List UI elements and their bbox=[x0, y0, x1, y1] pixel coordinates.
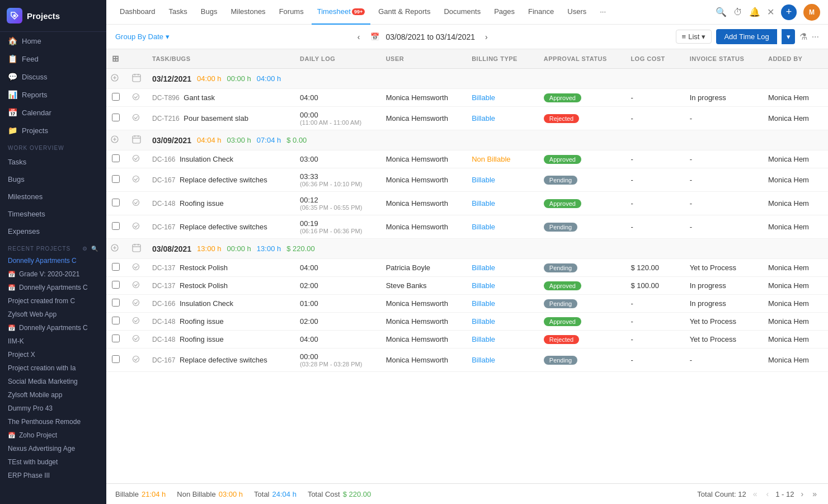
add-time-log-dropdown-button[interactable]: ▾ bbox=[782, 29, 795, 44]
recent-project-donnelly3[interactable]: 📅 Donnelly Apartments C bbox=[0, 321, 106, 335]
row-checkbox[interactable] bbox=[112, 299, 120, 307]
recent-project-dummy43[interactable]: Dummy Pro 43 bbox=[0, 402, 106, 415]
sidebar-item-projects[interactable]: 📁 Projects bbox=[0, 121, 106, 139]
tab-finance[interactable]: Finance bbox=[523, 0, 559, 25]
tab-more[interactable]: ··· bbox=[594, 0, 611, 25]
sidebar-item-home[interactable]: 🏠 Home bbox=[0, 32, 106, 50]
sidebar-item-reports[interactable]: 📊 Reports bbox=[0, 86, 106, 103]
recent-project-ia[interactable]: Project creation with Ia bbox=[0, 361, 106, 375]
recent-project-donnelly1[interactable]: Donnelly Apartments C bbox=[0, 254, 106, 267]
search-recent-icon[interactable]: 🔍 bbox=[91, 246, 98, 252]
search-button[interactable]: 🔍 bbox=[716, 7, 727, 17]
recent-project-label: Donnelly Apartments C bbox=[19, 284, 88, 291]
billing-type: Billable bbox=[472, 356, 495, 364]
row-checkbox[interactable] bbox=[112, 175, 120, 183]
sidebar-item-timesheets[interactable]: Timesheets bbox=[0, 205, 106, 223]
task-name[interactable]: Restock Polish bbox=[180, 263, 228, 272]
first-page-button[interactable]: « bbox=[751, 488, 760, 500]
tab-users[interactable]: Users bbox=[562, 0, 592, 25]
recent-project-erp[interactable]: ERP Phase III bbox=[0, 469, 106, 482]
collapse-button[interactable] bbox=[111, 244, 119, 252]
notifications-button[interactable]: 🔔 bbox=[749, 7, 760, 17]
row-checkbox[interactable] bbox=[112, 335, 120, 342]
prev-date-button[interactable]: ‹ bbox=[354, 31, 364, 43]
recent-project-penthouse[interactable]: The Penthouse Remode bbox=[0, 415, 106, 428]
sidebar-item-calendar[interactable]: 📅 Calendar bbox=[0, 103, 106, 121]
task-name[interactable]: Roofing issue bbox=[180, 199, 224, 208]
user-avatar[interactable]: M bbox=[803, 4, 820, 21]
row-checkbox[interactable] bbox=[112, 93, 120, 101]
row-checkbox[interactable] bbox=[112, 355, 120, 363]
sidebar-item-expenses[interactable]: Expenses bbox=[0, 223, 106, 240]
recent-project-donnelly2[interactable]: 📅 Donnelly Apartments C bbox=[0, 281, 106, 294]
task-name[interactable]: Replace defective switches bbox=[180, 176, 267, 184]
row-checkbox[interactable] bbox=[112, 281, 120, 289]
task-name[interactable]: Restock Polish bbox=[180, 281, 228, 290]
filter-recent-icon[interactable]: ⚙ bbox=[82, 246, 88, 252]
tab-timesheet[interactable]: Timesheet 99+ bbox=[312, 0, 371, 25]
more-options-button[interactable]: ··· bbox=[812, 32, 819, 42]
task-name[interactable]: Replace defective switches bbox=[180, 223, 267, 231]
tab-forums[interactable]: Forums bbox=[274, 0, 309, 25]
task-name[interactable]: Replace defective switches bbox=[180, 356, 267, 364]
add-button[interactable]: + bbox=[781, 4, 797, 20]
tab-pages[interactable]: Pages bbox=[488, 0, 520, 25]
next-date-button[interactable]: › bbox=[482, 31, 491, 43]
task-name[interactable]: Roofing issue bbox=[180, 335, 224, 343]
row-checkbox[interactable] bbox=[112, 317, 120, 324]
recent-project-social[interactable]: Social Media Marketing bbox=[0, 375, 106, 388]
sidebar-item-discuss[interactable]: 💬 Discuss bbox=[0, 68, 106, 86]
recent-project-zoho[interactable]: 📅 Zoho Project bbox=[0, 428, 106, 442]
recent-project-test[interactable]: TEst with budget bbox=[0, 455, 106, 469]
row-checkbox[interactable] bbox=[112, 199, 120, 206]
list-view-button[interactable]: ≡ List ▾ bbox=[676, 30, 712, 44]
sidebar-item-bugs[interactable]: Bugs bbox=[0, 171, 106, 188]
daily-log-sub: (11:00 AM - 11:00 AM) bbox=[300, 119, 375, 126]
calendar-picker-icon[interactable]: 📅 bbox=[370, 32, 379, 41]
recent-project-label: Donnelly Apartments C bbox=[19, 324, 88, 332]
invoice-status: - bbox=[690, 114, 692, 123]
row-added-cell: Monica Hem bbox=[763, 348, 828, 372]
task-name[interactable]: Pour basement slab bbox=[184, 114, 248, 123]
row-checkbox[interactable] bbox=[112, 114, 120, 121]
row-checkbox-cell bbox=[106, 89, 126, 107]
tab-bugs[interactable]: Bugs bbox=[195, 0, 223, 25]
task-name[interactable]: Gant task bbox=[184, 93, 215, 102]
task-name[interactable]: Insulation Check bbox=[180, 299, 233, 308]
recent-project-projectx[interactable]: Project X bbox=[0, 348, 106, 361]
task-name[interactable]: Roofing issue bbox=[180, 317, 224, 326]
sidebar-item-tasks[interactable]: Tasks bbox=[0, 153, 106, 171]
row-added-cell: Monica Hem bbox=[763, 192, 828, 215]
row-checkbox[interactable] bbox=[112, 154, 120, 162]
recent-project-iimk[interactable]: IIM-K bbox=[0, 335, 106, 348]
tab-documents[interactable]: Documents bbox=[438, 0, 486, 25]
next-page-button[interactable]: › bbox=[799, 488, 806, 500]
filter-button[interactable]: ⚗ bbox=[799, 31, 807, 42]
tab-milestones[interactable]: Milestones bbox=[225, 0, 271, 25]
group-by-button[interactable]: Group By Date ▾ bbox=[115, 32, 170, 41]
recent-project-nexus[interactable]: Nexus Advertising Age bbox=[0, 442, 106, 455]
row-task-icon-cell bbox=[126, 277, 147, 295]
tab-gantt[interactable]: Gantt & Reports bbox=[373, 0, 436, 25]
tab-dashboard[interactable]: Dashboard bbox=[114, 0, 161, 25]
sidebar-item-feed[interactable]: 📋 Feed bbox=[0, 50, 106, 68]
last-page-button[interactable]: » bbox=[810, 488, 819, 500]
row-checkbox[interactable] bbox=[112, 263, 120, 271]
prev-page-button[interactable]: ‹ bbox=[764, 488, 771, 500]
grid-view-icon[interactable]: ⊞ bbox=[112, 54, 120, 63]
reports-icon: 📊 bbox=[8, 90, 17, 99]
collapse-button[interactable] bbox=[111, 135, 119, 143]
tab-tasks[interactable]: Tasks bbox=[163, 0, 193, 25]
recent-project-zylsoft-mobile[interactable]: Zylsoft Mobile app bbox=[0, 388, 106, 402]
row-task-cell: DC-167 Replace defective switches bbox=[147, 348, 294, 372]
recent-project-zylsoft[interactable]: Zylsoft Web App bbox=[0, 308, 106, 321]
timer-button[interactable]: ⏱ bbox=[733, 7, 742, 17]
sidebar-item-milestones[interactable]: Milestones bbox=[0, 188, 106, 205]
task-name[interactable]: Insulation Check bbox=[180, 155, 233, 163]
add-time-log-button[interactable]: Add Time Log bbox=[716, 29, 777, 44]
collapse-button[interactable] bbox=[111, 74, 119, 82]
recent-project-created[interactable]: Project created from C bbox=[0, 294, 106, 308]
recent-project-grade[interactable]: 📅 Grade V: 2020-2021 bbox=[0, 267, 106, 281]
row-checkbox[interactable] bbox=[112, 222, 120, 230]
close-button[interactable]: ✕ bbox=[767, 7, 774, 17]
